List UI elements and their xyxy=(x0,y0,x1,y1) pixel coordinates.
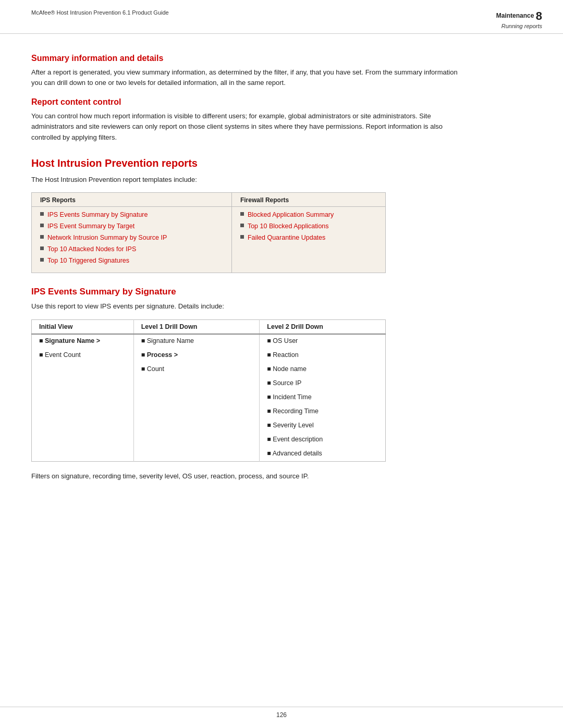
summary-body: After a report is generated, you view su… xyxy=(31,67,459,88)
drilldown-cell: ■ Event description xyxy=(260,433,386,447)
bullet-icon xyxy=(240,224,244,227)
drilldown-cell: ■ OS User xyxy=(260,334,386,349)
drilldown-cell: ■ Node name xyxy=(260,363,386,377)
drilldown-cell xyxy=(32,377,134,391)
header-left: McAfee® Host Intrusion Prevention 6.1 Pr… xyxy=(31,9,169,16)
drilldown-cell: ■ Recording Time xyxy=(260,405,386,419)
bullet-icon xyxy=(40,246,44,250)
drilldown-table: Initial View Level 1 Drill Down Level 2 … xyxy=(31,319,386,462)
page-footer: 126 xyxy=(0,707,563,719)
drilldown-cell xyxy=(133,419,260,433)
bullet-icon xyxy=(40,258,44,262)
list-item: Top 10 Blocked Applications xyxy=(240,221,377,231)
ips-events-signature-link[interactable]: IPS Events Summary by Signature xyxy=(47,210,148,219)
drilldown-col1-header: Initial View xyxy=(32,319,134,334)
drilldown-cell xyxy=(32,405,134,419)
drilldown-cell xyxy=(32,447,134,462)
summary-heading: Summary information and details xyxy=(31,54,532,63)
ips-footer: Filters on signature, recording time, se… xyxy=(31,471,459,482)
drilldown-cell: ■ Signature Name > xyxy=(32,334,134,349)
drilldown-col2-header: Level 1 Drill Down xyxy=(133,319,260,334)
firewall-reports-list: Blocked Application Summary Top 10 Block… xyxy=(240,210,377,242)
drilldown-cell: ■ Advanced details xyxy=(260,447,386,462)
drilldown-cell xyxy=(32,433,134,447)
ips-heading: IPS Events Summary by Signature xyxy=(31,287,532,297)
bullet-icon xyxy=(240,212,244,216)
table-row: ■ Count ■ Node name xyxy=(32,363,386,377)
reports-table-col1: IPS Events Summary by Signature IPS Even… xyxy=(32,206,232,273)
list-item: Network Intrusion Summary by Source IP xyxy=(40,233,223,242)
reports-table-col2: Blocked Application Summary Top 10 Block… xyxy=(231,206,385,273)
list-item: IPS Events Summary by Signature xyxy=(40,210,223,219)
bullet-icon xyxy=(240,235,244,239)
drilldown-cell: ■ Signature Name xyxy=(133,334,260,349)
ips-reports-list: IPS Events Summary by Signature IPS Even… xyxy=(40,210,223,266)
header-right: Maintenance 8 Running reports xyxy=(496,9,542,29)
reports-table-col2-header: Firewall Reports xyxy=(231,192,385,206)
page-container: McAfee® Host Intrusion Prevention 6.1 Pr… xyxy=(0,0,563,728)
table-row: ■ Recording Time xyxy=(32,405,386,419)
chapter-name: Maintenance xyxy=(496,12,534,19)
top10-triggered-link[interactable]: Top 10 Triggered Signatures xyxy=(47,256,129,265)
list-item: Failed Quarantine Updates xyxy=(240,233,377,242)
section-name: Running reports xyxy=(496,23,542,29)
network-intrusion-link[interactable]: Network Intrusion Summary by Source IP xyxy=(47,233,167,242)
table-row: ■ Signature Name > ■ Signature Name ■ OS… xyxy=(32,334,386,349)
table-row: ■ Event Count ■ Process > ■ Reaction xyxy=(32,349,386,363)
top10-attacked-link[interactable]: Top 10 Attacked Nodes for IPS xyxy=(47,244,136,254)
table-row: ■ Severity Level xyxy=(32,419,386,433)
drilldown-cell: ■ Event Count xyxy=(32,349,134,363)
drilldown-cell: ■ Severity Level xyxy=(260,419,386,433)
table-row: ■ Incident Time xyxy=(32,391,386,405)
bullet-icon xyxy=(40,235,44,239)
header-title: McAfee® Host Intrusion Prevention 6.1 Pr… xyxy=(31,9,169,16)
chapter-num: 8 xyxy=(536,9,542,22)
drilldown-cell xyxy=(32,391,134,405)
ips-intro: Use this report to view IPS events per s… xyxy=(31,301,459,312)
drilldown-cell: ■ Incident Time xyxy=(260,391,386,405)
drilldown-cell: ■ Process > xyxy=(133,349,260,363)
report-content-heading: Report content control xyxy=(31,97,532,107)
list-item: Blocked Application Summary xyxy=(240,210,377,219)
drilldown-cell xyxy=(32,363,134,377)
drilldown-cell xyxy=(133,433,260,447)
host-intrusion-intro: The Host Intrusion Prevention report tem… xyxy=(31,175,459,185)
table-row: ■ Advanced details xyxy=(32,447,386,462)
drilldown-cell xyxy=(32,419,134,433)
list-item: IPS Event Summary by Target xyxy=(40,221,223,231)
report-content-body: You can control how much report informat… xyxy=(31,111,459,142)
table-row: ■ Source IP xyxy=(32,377,386,391)
drilldown-cell: ■ Reaction xyxy=(260,349,386,363)
page-header: McAfee® Host Intrusion Prevention 6.1 Pr… xyxy=(0,0,563,34)
list-item: Top 10 Attacked Nodes for IPS xyxy=(40,244,223,254)
bullet-icon xyxy=(40,212,44,216)
blocked-app-summary-link[interactable]: Blocked Application Summary xyxy=(248,210,334,219)
drilldown-cell xyxy=(133,391,260,405)
drilldown-cell: ■ Count xyxy=(133,363,260,377)
table-row: ■ Event description xyxy=(32,433,386,447)
reports-table: IPS Reports Firewall Reports IPS Events … xyxy=(31,192,386,274)
drilldown-cell xyxy=(133,447,260,462)
drilldown-cell xyxy=(133,377,260,391)
ips-event-target-link[interactable]: IPS Event Summary by Target xyxy=(47,221,134,231)
main-content: Summary information and details After a … xyxy=(0,34,563,508)
page-number: 126 xyxy=(276,711,287,719)
bullet-icon xyxy=(40,224,44,227)
drilldown-col3-header: Level 2 Drill Down xyxy=(260,319,386,334)
host-intrusion-heading: Host Intrusion Prevention reports xyxy=(31,157,532,169)
drilldown-cell: ■ Source IP xyxy=(260,377,386,391)
top10-blocked-link[interactable]: Top 10 Blocked Applications xyxy=(248,221,329,231)
failed-quarantine-link[interactable]: Failed Quarantine Updates xyxy=(248,233,325,242)
list-item: Top 10 Triggered Signatures xyxy=(40,256,223,265)
drilldown-cell xyxy=(133,405,260,419)
reports-table-col1-header: IPS Reports xyxy=(32,192,232,206)
